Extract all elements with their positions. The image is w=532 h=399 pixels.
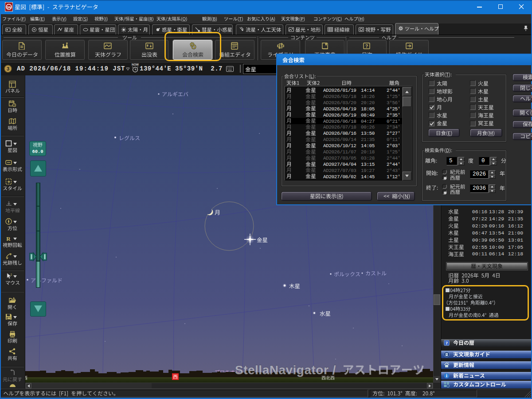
svg-text:7: 7: [446, 341, 448, 345]
svg-text:SN: SN: [7, 6, 11, 9]
svg-text:NOW: NOW: [132, 63, 139, 66]
svg-text:?: ?: [365, 44, 368, 49]
svg-text:StellaNavigator /: StellaNavigator /: [235, 363, 336, 377]
svg-text:R: R: [6, 235, 11, 242]
svg-text:3: 3: [7, 66, 9, 71]
